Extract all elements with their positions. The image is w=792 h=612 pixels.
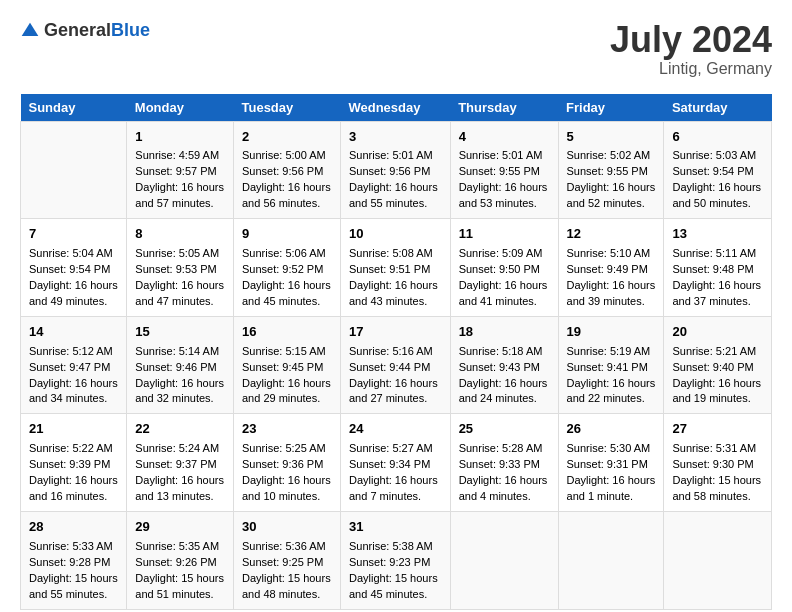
day-info: Sunrise: 5:27 AM — [349, 441, 442, 457]
day-info: Sunset: 9:23 PM — [349, 555, 442, 571]
day-info: Sunrise: 5:05 AM — [135, 246, 225, 262]
day-cell: 3Sunrise: 5:01 AMSunset: 9:56 PMDaylight… — [340, 121, 450, 219]
day-info: Sunset: 9:37 PM — [135, 457, 225, 473]
day-info: Sunset: 9:54 PM — [672, 164, 763, 180]
day-number: 28 — [29, 518, 118, 537]
day-number: 15 — [135, 323, 225, 342]
calendar-table: SundayMondayTuesdayWednesdayThursdayFrid… — [20, 94, 772, 610]
day-number: 26 — [567, 420, 656, 439]
day-info: Daylight: 16 hours and 57 minutes. — [135, 180, 225, 212]
day-cell: 8Sunrise: 5:05 AMSunset: 9:53 PMDaylight… — [127, 219, 234, 317]
day-cell — [664, 511, 772, 609]
day-info: Sunrise: 5:25 AM — [242, 441, 332, 457]
day-info: Sunset: 9:51 PM — [349, 262, 442, 278]
week-row-2: 7Sunrise: 5:04 AMSunset: 9:54 PMDaylight… — [21, 219, 772, 317]
day-cell: 18Sunrise: 5:18 AMSunset: 9:43 PMDayligh… — [450, 316, 558, 414]
day-cell: 24Sunrise: 5:27 AMSunset: 9:34 PMDayligh… — [340, 414, 450, 512]
day-info: Sunrise: 5:30 AM — [567, 441, 656, 457]
day-number: 30 — [242, 518, 332, 537]
day-info: Daylight: 16 hours and 47 minutes. — [135, 278, 225, 310]
day-info: Daylight: 15 hours and 55 minutes. — [29, 571, 118, 603]
day-cell: 29Sunrise: 5:35 AMSunset: 9:26 PMDayligh… — [127, 511, 234, 609]
day-cell: 21Sunrise: 5:22 AMSunset: 9:39 PMDayligh… — [21, 414, 127, 512]
day-info: Sunset: 9:43 PM — [459, 360, 550, 376]
day-info: Sunrise: 5:36 AM — [242, 539, 332, 555]
day-number: 11 — [459, 225, 550, 244]
title-section: July 2024 Lintig, Germany — [610, 20, 772, 78]
day-number: 1 — [135, 128, 225, 147]
day-info: Sunrise: 5:28 AM — [459, 441, 550, 457]
day-info: Sunset: 9:31 PM — [567, 457, 656, 473]
day-cell: 25Sunrise: 5:28 AMSunset: 9:33 PMDayligh… — [450, 414, 558, 512]
day-info: Sunset: 9:25 PM — [242, 555, 332, 571]
day-cell: 11Sunrise: 5:09 AMSunset: 9:50 PMDayligh… — [450, 219, 558, 317]
column-header-friday: Friday — [558, 94, 664, 122]
day-info: Sunrise: 5:24 AM — [135, 441, 225, 457]
day-info: Sunset: 9:40 PM — [672, 360, 763, 376]
day-info: Sunrise: 5:00 AM — [242, 148, 332, 164]
day-info: Sunset: 9:41 PM — [567, 360, 656, 376]
day-info: Daylight: 16 hours and 37 minutes. — [672, 278, 763, 310]
day-number: 29 — [135, 518, 225, 537]
day-info: Daylight: 16 hours and 55 minutes. — [349, 180, 442, 212]
day-number: 14 — [29, 323, 118, 342]
day-info: Daylight: 16 hours and 13 minutes. — [135, 473, 225, 505]
day-number: 7 — [29, 225, 118, 244]
day-number: 3 — [349, 128, 442, 147]
day-cell: 14Sunrise: 5:12 AMSunset: 9:47 PMDayligh… — [21, 316, 127, 414]
day-info: Daylight: 15 hours and 58 minutes. — [672, 473, 763, 505]
day-info: Daylight: 16 hours and 56 minutes. — [242, 180, 332, 212]
day-info: Daylight: 16 hours and 22 minutes. — [567, 376, 656, 408]
day-number: 31 — [349, 518, 442, 537]
day-number: 23 — [242, 420, 332, 439]
logo-icon — [20, 21, 40, 41]
day-info: Daylight: 16 hours and 32 minutes. — [135, 376, 225, 408]
day-info: Daylight: 16 hours and 34 minutes. — [29, 376, 118, 408]
day-cell: 26Sunrise: 5:30 AMSunset: 9:31 PMDayligh… — [558, 414, 664, 512]
day-info: Sunrise: 5:15 AM — [242, 344, 332, 360]
day-info: Sunset: 9:33 PM — [459, 457, 550, 473]
day-info: Sunrise: 5:33 AM — [29, 539, 118, 555]
calendar-header-row: SundayMondayTuesdayWednesdayThursdayFrid… — [21, 94, 772, 122]
day-info: Daylight: 16 hours and 7 minutes. — [349, 473, 442, 505]
location: Lintig, Germany — [610, 60, 772, 78]
day-info: Sunrise: 5:08 AM — [349, 246, 442, 262]
day-info: Sunset: 9:45 PM — [242, 360, 332, 376]
day-info: Sunrise: 5:14 AM — [135, 344, 225, 360]
day-info: Daylight: 16 hours and 53 minutes. — [459, 180, 550, 212]
day-info: Daylight: 15 hours and 45 minutes. — [349, 571, 442, 603]
day-number: 13 — [672, 225, 763, 244]
day-number: 12 — [567, 225, 656, 244]
day-info: Sunrise: 5:38 AM — [349, 539, 442, 555]
day-info: Sunset: 9:36 PM — [242, 457, 332, 473]
day-info: Sunset: 9:46 PM — [135, 360, 225, 376]
column-header-saturday: Saturday — [664, 94, 772, 122]
month-year: July 2024 — [610, 20, 772, 60]
logo-general: General — [44, 20, 111, 40]
day-info: Daylight: 15 hours and 48 minutes. — [242, 571, 332, 603]
day-info: Sunset: 9:55 PM — [459, 164, 550, 180]
day-info: Sunset: 9:56 PM — [349, 164, 442, 180]
day-info: Sunrise: 5:12 AM — [29, 344, 118, 360]
week-row-5: 28Sunrise: 5:33 AMSunset: 9:28 PMDayligh… — [21, 511, 772, 609]
day-cell: 22Sunrise: 5:24 AMSunset: 9:37 PMDayligh… — [127, 414, 234, 512]
day-info: Sunrise: 5:09 AM — [459, 246, 550, 262]
day-info: Daylight: 16 hours and 41 minutes. — [459, 278, 550, 310]
day-cell — [450, 511, 558, 609]
day-info: Daylight: 16 hours and 19 minutes. — [672, 376, 763, 408]
day-info: Sunrise: 5:18 AM — [459, 344, 550, 360]
day-number: 4 — [459, 128, 550, 147]
day-info: Daylight: 16 hours and 29 minutes. — [242, 376, 332, 408]
day-info: Sunrise: 5:01 AM — [349, 148, 442, 164]
logo: GeneralBlue — [20, 20, 150, 41]
day-info: Sunset: 9:49 PM — [567, 262, 656, 278]
day-info: Daylight: 16 hours and 45 minutes. — [242, 278, 332, 310]
day-info: Sunrise: 5:35 AM — [135, 539, 225, 555]
logo-blue: Blue — [111, 20, 150, 40]
day-cell: 6Sunrise: 5:03 AMSunset: 9:54 PMDaylight… — [664, 121, 772, 219]
day-info: Sunset: 9:56 PM — [242, 164, 332, 180]
day-number: 21 — [29, 420, 118, 439]
day-info: Sunset: 9:54 PM — [29, 262, 118, 278]
column-header-tuesday: Tuesday — [233, 94, 340, 122]
day-cell: 23Sunrise: 5:25 AMSunset: 9:36 PMDayligh… — [233, 414, 340, 512]
